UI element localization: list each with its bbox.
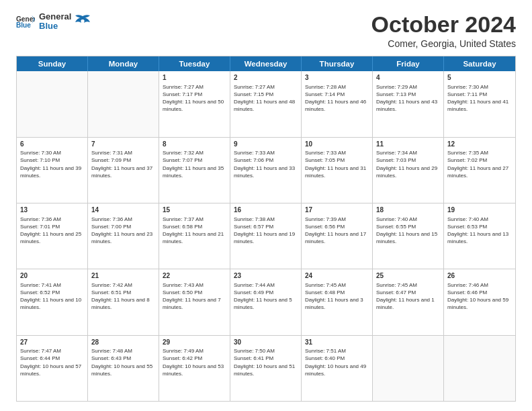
calendar-header: SundayMondayTuesdayWednesdayThursdayFrid… (17, 56, 515, 71)
header-day-wednesday: Wednesday (230, 56, 302, 71)
cal-cell: 31Sunrise: 7:51 AMSunset: 6:40 PMDayligh… (302, 336, 373, 401)
cell-content: Sunrise: 7:41 AMSunset: 6:52 PMDaylight:… (20, 281, 84, 312)
day-number: 5 (447, 73, 512, 83)
day-number: 18 (376, 205, 440, 215)
cal-cell: 2Sunrise: 7:27 AMSunset: 7:15 PMDaylight… (230, 71, 302, 136)
week-row-3: 13Sunrise: 7:36 AMSunset: 7:01 PMDayligh… (17, 203, 515, 269)
cell-content: Sunrise: 7:40 AMSunset: 6:53 PMDaylight:… (447, 216, 512, 246)
cell-content: Sunrise: 7:27 AMSunset: 7:17 PMDaylight:… (163, 83, 226, 113)
cal-cell: 6Sunrise: 7:30 AMSunset: 7:10 PMDaylight… (17, 138, 88, 203)
cell-content: Sunrise: 7:45 AMSunset: 6:47 PMDaylight:… (376, 281, 440, 312)
header-day-tuesday: Tuesday (159, 56, 230, 71)
cell-content: Sunrise: 7:30 AMSunset: 7:10 PMDaylight:… (20, 149, 84, 179)
logo-general-text: General (39, 12, 71, 21)
logo-bird-icon (75, 14, 90, 26)
cal-cell: 7Sunrise: 7:31 AMSunset: 7:09 PMDaylight… (88, 138, 159, 203)
week-row-2: 6Sunrise: 7:30 AMSunset: 7:10 PMDaylight… (17, 138, 515, 203)
logo-blue-text: Blue (39, 21, 71, 31)
cell-content: Sunrise: 7:31 AMSunset: 7:09 PMDaylight:… (91, 149, 155, 179)
day-number: 27 (20, 338, 84, 347)
logo: General Blue General Blue (16, 12, 90, 32)
day-number: 30 (234, 338, 298, 347)
cell-content: Sunrise: 7:32 AMSunset: 7:07 PMDaylight:… (163, 149, 226, 179)
cell-content: Sunrise: 7:33 AMSunset: 7:06 PMDaylight:… (234, 149, 298, 179)
logo-icon: General Blue (16, 14, 35, 29)
location-title: Comer, Georgia, United States (371, 38, 516, 49)
cell-content: Sunrise: 7:50 AMSunset: 6:41 PMDaylight:… (234, 347, 298, 377)
day-number: 19 (447, 205, 512, 215)
cal-cell: 14Sunrise: 7:36 AMSunset: 7:00 PMDayligh… (88, 203, 159, 269)
cell-content: Sunrise: 7:49 AMSunset: 6:42 PMDaylight:… (163, 347, 226, 377)
week-row-5: 27Sunrise: 7:47 AMSunset: 6:44 PMDayligh… (17, 336, 515, 401)
cell-content: Sunrise: 7:38 AMSunset: 6:57 PMDaylight:… (234, 216, 298, 246)
cal-cell: 19Sunrise: 7:40 AMSunset: 6:53 PMDayligh… (444, 203, 515, 269)
cal-cell: 21Sunrise: 7:42 AMSunset: 6:51 PMDayligh… (88, 269, 159, 334)
header-day-saturday: Saturday (444, 56, 515, 71)
day-number: 14 (91, 205, 155, 215)
cal-cell: 15Sunrise: 7:37 AMSunset: 6:58 PMDayligh… (159, 203, 230, 269)
header-day-thursday: Thursday (302, 56, 373, 71)
cell-content: Sunrise: 7:35 AMSunset: 7:02 PMDaylight:… (447, 149, 512, 179)
cal-cell: 13Sunrise: 7:36 AMSunset: 7:01 PMDayligh… (17, 203, 88, 269)
day-number: 4 (376, 73, 440, 83)
day-number: 9 (234, 140, 298, 149)
cell-content: Sunrise: 7:27 AMSunset: 7:15 PMDaylight:… (234, 83, 298, 113)
day-number: 25 (376, 271, 440, 281)
page: General Blue General Blue October 2024 C… (0, 0, 532, 411)
header-day-friday: Friday (373, 56, 444, 71)
header-day-sunday: Sunday (17, 56, 88, 71)
calendar: SundayMondayTuesdayWednesdayThursdayFrid… (16, 56, 516, 402)
day-number: 12 (447, 140, 512, 149)
cell-content: Sunrise: 7:48 AMSunset: 6:43 PMDaylight:… (91, 347, 155, 377)
cal-cell: 16Sunrise: 7:38 AMSunset: 6:57 PMDayligh… (230, 203, 302, 269)
cal-cell: 3Sunrise: 7:28 AMSunset: 7:14 PMDaylight… (302, 71, 373, 136)
day-number: 15 (163, 205, 226, 215)
cal-cell (444, 336, 515, 401)
title-block: October 2024 Comer, Georgia, United Stat… (371, 12, 516, 49)
svg-text:Blue: Blue (16, 22, 31, 30)
day-number: 13 (20, 205, 84, 215)
cal-cell: 11Sunrise: 7:34 AMSunset: 7:03 PMDayligh… (373, 138, 444, 203)
cal-cell: 30Sunrise: 7:50 AMSunset: 6:41 PMDayligh… (230, 336, 302, 401)
cal-cell (17, 71, 88, 136)
header-day-monday: Monday (88, 56, 159, 71)
cell-content: Sunrise: 7:45 AMSunset: 6:48 PMDaylight:… (305, 281, 369, 312)
week-row-4: 20Sunrise: 7:41 AMSunset: 6:52 PMDayligh… (17, 269, 515, 335)
day-number: 6 (20, 140, 84, 149)
day-number: 10 (305, 140, 369, 149)
day-number: 17 (305, 205, 369, 215)
cell-content: Sunrise: 7:47 AMSunset: 6:44 PMDaylight:… (20, 347, 84, 377)
day-number: 16 (234, 205, 298, 215)
cal-cell: 10Sunrise: 7:33 AMSunset: 7:05 PMDayligh… (302, 138, 373, 203)
cell-content: Sunrise: 7:37 AMSunset: 6:58 PMDaylight:… (163, 216, 226, 246)
day-number: 11 (376, 140, 440, 149)
cell-content: Sunrise: 7:29 AMSunset: 7:13 PMDaylight:… (376, 83, 440, 113)
cell-content: Sunrise: 7:46 AMSunset: 6:46 PMDaylight:… (447, 281, 512, 312)
cal-cell: 29Sunrise: 7:49 AMSunset: 6:42 PMDayligh… (159, 336, 230, 401)
week-row-1: 1Sunrise: 7:27 AMSunset: 7:17 PMDaylight… (17, 71, 515, 137)
cal-cell: 25Sunrise: 7:45 AMSunset: 6:47 PMDayligh… (373, 269, 444, 334)
day-number: 31 (305, 338, 369, 347)
cal-cell (373, 336, 444, 401)
month-title: October 2024 (371, 12, 516, 37)
cell-content: Sunrise: 7:30 AMSunset: 7:11 PMDaylight:… (447, 83, 512, 113)
day-number: 8 (163, 140, 226, 149)
cal-cell: 26Sunrise: 7:46 AMSunset: 6:46 PMDayligh… (444, 269, 515, 334)
cell-content: Sunrise: 7:40 AMSunset: 6:55 PMDaylight:… (376, 216, 440, 246)
day-number: 28 (91, 338, 155, 347)
cal-cell: 1Sunrise: 7:27 AMSunset: 7:17 PMDaylight… (159, 71, 230, 136)
cell-content: Sunrise: 7:36 AMSunset: 7:01 PMDaylight:… (20, 216, 84, 246)
cal-cell: 8Sunrise: 7:32 AMSunset: 7:07 PMDaylight… (159, 138, 230, 203)
cal-cell: 17Sunrise: 7:39 AMSunset: 6:56 PMDayligh… (302, 203, 373, 269)
cal-cell: 24Sunrise: 7:45 AMSunset: 6:48 PMDayligh… (302, 269, 373, 334)
cal-cell: 20Sunrise: 7:41 AMSunset: 6:52 PMDayligh… (17, 269, 88, 334)
cal-cell: 12Sunrise: 7:35 AMSunset: 7:02 PMDayligh… (444, 138, 515, 203)
day-number: 23 (234, 271, 298, 281)
day-number: 26 (447, 271, 512, 281)
cell-content: Sunrise: 7:33 AMSunset: 7:05 PMDaylight:… (305, 149, 369, 179)
cell-content: Sunrise: 7:28 AMSunset: 7:14 PMDaylight:… (305, 83, 369, 113)
day-number: 20 (20, 271, 84, 281)
day-number: 24 (305, 271, 369, 281)
cal-cell (88, 71, 159, 136)
cell-content: Sunrise: 7:39 AMSunset: 6:56 PMDaylight:… (305, 216, 369, 246)
